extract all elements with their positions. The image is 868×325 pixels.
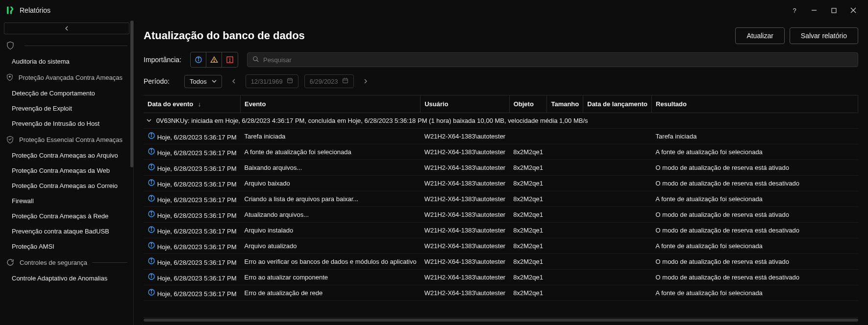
info-icon [148, 147, 155, 155]
cell-date: Hoje, 6/28/2023 5:36:17 PM [157, 134, 237, 141]
page-title: Atualização do banco de dados [144, 29, 730, 42]
cell-size [547, 144, 583, 160]
cell-result: Tarefa iniciada [652, 129, 858, 144]
sidebar-item[interactable]: Proteção Contra Ameaças ao Arquivo [0, 148, 133, 163]
cell-size [547, 238, 583, 254]
table-row[interactable]: Hoje, 6/28/2023 5:36:17 PMA fonte de atu… [144, 144, 858, 160]
cell-size [547, 207, 583, 223]
save-report-button[interactable]: Salvar relatório [790, 27, 858, 44]
col-size[interactable]: Tamanho [547, 95, 583, 113]
search-box[interactable] [247, 52, 858, 67]
update-button[interactable]: Atualizar [735, 27, 784, 44]
search-input[interactable] [263, 56, 853, 64]
content: Atualização do banco de dados Atualizar … [134, 21, 868, 325]
sidebar-item[interactable]: Prevenção de Exploit [0, 101, 133, 116]
period-prev-button[interactable] [228, 75, 240, 87]
shield-icon [6, 41, 15, 50]
cell-result: O modo de atualização de reserva está at… [652, 207, 858, 223]
search-icon [252, 56, 259, 64]
cell-user: W21H2-X64-1383\autotester [421, 144, 509, 160]
importance-label: Importância: [144, 56, 181, 64]
period-next-button[interactable] [360, 75, 372, 87]
sidebar-item[interactable]: Proteção Contra Ameaças à Rede [0, 209, 133, 224]
table-row[interactable]: Hoje, 6/28/2023 5:36:17 PMErro ao atuali… [144, 270, 858, 285]
sidebar-item[interactable]: Detecção de Comportamento [0, 86, 133, 101]
table-row[interactable]: Hoje, 6/28/2023 5:36:17 PMErro ao verifi… [144, 254, 858, 270]
info-icon [148, 132, 155, 139]
cell-event: Erro ao verificar os bancos de dados e m… [241, 254, 421, 270]
calendar-icon [287, 77, 293, 85]
importance-critical-button[interactable] [222, 52, 238, 67]
svg-point-37 [151, 196, 151, 197]
sidebar-collapse-button[interactable] [4, 23, 129, 34]
cell-object: 8x2M2qe1 [509, 254, 547, 270]
cell-date: Hoje, 6/28/2023 5:36:17 PM [157, 181, 237, 188]
cell-size [547, 160, 583, 176]
sidebar-item[interactable]: Proteção AMSI [0, 239, 133, 254]
svg-rect-1 [832, 8, 836, 13]
table-row[interactable]: Hoje, 6/28/2023 5:36:17 PMArquivo instal… [144, 223, 858, 238]
cell-result: O modo de atualização de reserva está de… [652, 270, 858, 285]
cell-result: O modo de atualização de reserva está de… [652, 176, 858, 191]
table-row[interactable]: Hoje, 6/28/2023 5:36:17 PMCriando a list… [144, 191, 858, 207]
events-table-wrap: Data do evento ↓ Evento Usuário Objeto T… [144, 95, 858, 317]
help-button[interactable]: ? [785, 1, 804, 19]
col-release[interactable]: Data de lançamento [583, 95, 652, 113]
cell-event: Arquivo baixado [241, 176, 421, 191]
info-icon [148, 241, 155, 249]
cell-event: Arquivo atualizado [241, 238, 421, 254]
col-object[interactable]: Objeto [509, 95, 547, 113]
table-group-row[interactable]: 0V63NKUy: iniciada em Hoje, 6/28/2023 4:… [144, 113, 858, 129]
sidebar-section-shield [0, 37, 133, 54]
cell-event: A fonte de atualização foi selecionada [241, 144, 421, 160]
cell-event: Erro de atualização de rede [241, 285, 421, 301]
cell-release [583, 176, 652, 191]
col-result[interactable]: Resultado [652, 95, 858, 113]
importance-info-button[interactable] [191, 52, 206, 67]
cell-object: 8x2M2qe1 [509, 285, 547, 301]
cell-date: Hoje, 6/28/2023 5:36:17 PM [157, 275, 237, 282]
table-row[interactable]: Hoje, 6/28/2023 5:36:17 PMErro de atuali… [144, 285, 858, 301]
svg-point-43 [151, 228, 151, 228]
table-row[interactable]: Hoje, 6/28/2023 5:36:17 PMAtualizando ar… [144, 207, 858, 223]
importance-warning-button[interactable] [206, 52, 222, 67]
sidebar-item[interactable]: Controle Adaptativo de Anomalias [0, 271, 133, 286]
sidebar-item[interactable]: Proteção Contra Ameaças ao Correio [0, 178, 133, 193]
table-row[interactable]: Hoje, 6/28/2023 5:36:17 PMBaixando arqui… [144, 160, 858, 176]
table-row[interactable]: Hoje, 6/28/2023 5:36:17 PMArquivo baixad… [144, 176, 858, 191]
svg-point-13 [253, 56, 257, 60]
cell-object: 8x2M2qe1 [509, 176, 547, 191]
cell-user: W21H2-X64-1383\autotester [421, 223, 509, 238]
date-to-box[interactable]: 6/29/2023 [304, 74, 354, 88]
col-date[interactable]: Data do evento ↓ [144, 95, 241, 113]
maximize-button[interactable] [824, 1, 843, 19]
cell-release [583, 254, 652, 270]
sidebar-item[interactable]: Firewall [0, 193, 133, 209]
sidebar-item[interactable]: Auditoria do sistema [0, 54, 133, 69]
close-button[interactable] [843, 1, 863, 19]
cell-size [547, 176, 583, 191]
cell-size [547, 270, 583, 285]
info-icon [148, 257, 155, 265]
svg-rect-19 [343, 79, 347, 83]
cell-event: Criando a lista de arquivos para baixar.… [241, 191, 421, 207]
date-from-box[interactable]: 12/31/1969 [246, 74, 298, 88]
col-user[interactable]: Usuário [421, 95, 509, 113]
svg-point-55 [151, 290, 151, 291]
cell-date: Hoje, 6/28/2023 5:36:17 PM [157, 149, 237, 157]
cell-result: O modo de atualização de reserva está at… [652, 254, 858, 270]
col-event[interactable]: Evento [241, 95, 421, 113]
period-select[interactable]: Todos [184, 75, 222, 88]
table-row[interactable]: Hoje, 6/28/2023 5:36:17 PMArquivo atuali… [144, 238, 858, 254]
cell-release [583, 144, 652, 160]
sidebar-item[interactable]: Prevenção de Intrusão do Host [0, 116, 133, 131]
sidebar-scrollbar[interactable] [130, 21, 133, 167]
horizontal-scrollbar[interactable] [144, 317, 858, 322]
minimize-button[interactable] [804, 1, 824, 19]
sidebar-item[interactable]: Prevenção contra ataque BadUSB [0, 224, 133, 239]
table-row[interactable]: Hoje, 6/28/2023 5:36:17 PMTarefa iniciad… [144, 129, 858, 144]
svg-point-9 [214, 61, 214, 62]
date-from-value: 12/31/1969 [251, 78, 283, 85]
app-logo-icon [5, 5, 15, 15]
sidebar-item[interactable]: Proteção Contra Ameaças da Web [0, 163, 133, 178]
